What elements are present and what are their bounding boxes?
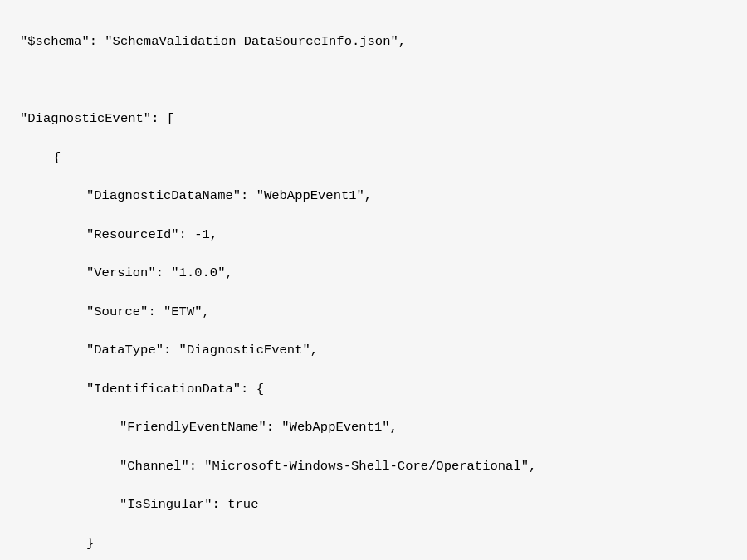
blank-line	[20, 71, 730, 90]
diagnostic-data-name: "DiagnosticDataName": "WebAppEvent1",	[20, 187, 730, 206]
diagnostic-event-header: "DiagnosticEvent": [	[20, 110, 730, 129]
friendly-event-name: "FriendlyEventName": "WebAppEvent1",	[20, 418, 730, 437]
is-singular: "IsSingular": true	[20, 495, 730, 514]
identification-data-open: "IdentificationData": {	[20, 380, 730, 399]
source: "Source": "ETW",	[20, 303, 730, 322]
identification-data-close: }	[20, 534, 730, 553]
event-open-brace: {	[20, 149, 730, 168]
channel: "Channel": "Microsoft-Windows-Shell-Core…	[20, 457, 730, 476]
schema-line: "$schema": "SchemaValidation_DataSourceI…	[20, 32, 730, 51]
data-type: "DataType": "DiagnosticEvent",	[20, 341, 730, 360]
resource-id: "ResourceId": -1,	[20, 226, 730, 245]
version: "Version": "1.0.0",	[20, 264, 730, 283]
code-block: "$schema": "SchemaValidation_DataSourceI…	[0, 0, 747, 560]
